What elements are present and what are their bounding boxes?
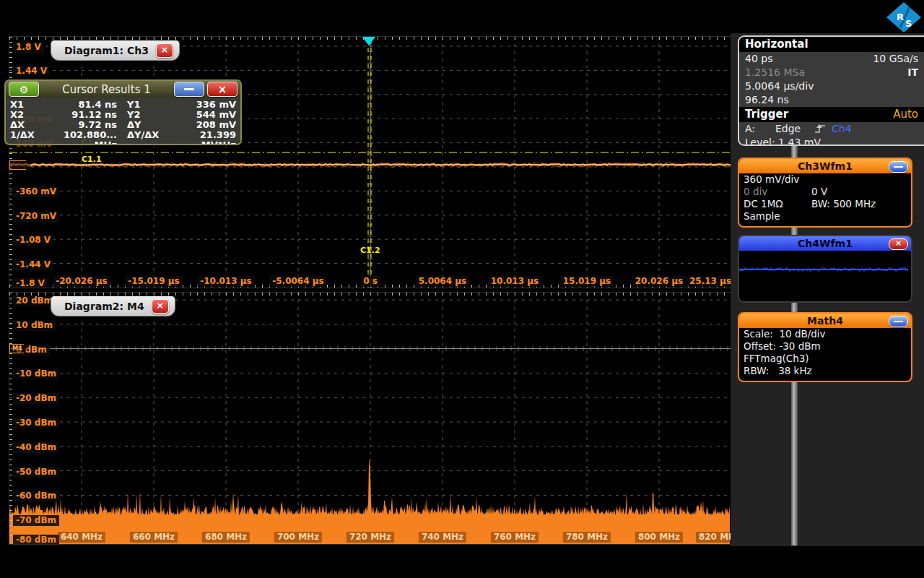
axis-label-frequency: 640 MHz <box>58 532 105 543</box>
axis-label-time: 10.013 µs <box>488 276 541 287</box>
axis-label-power: 10 dBm <box>13 320 56 331</box>
cursor-result-row: X291.12 nsY2544 mV <box>6 110 240 120</box>
cursor-v2: 208 mV <box>172 120 236 130</box>
cursor-v1: 91.12 ns <box>43 110 117 120</box>
math4-panel[interactable]: Math4 Scale: 10 dB/divOffset: -30 dBmFFT… <box>738 312 912 382</box>
ch3wfm1-panel[interactable]: Ch3Wfm1 360 mV/div 0 div 0 V DC 1MΩ BW: … <box>738 158 912 228</box>
cursor-results-window[interactable]: ⚙ Cursor Results 1 × X181.4 nsY1336 mVX2… <box>4 79 242 145</box>
cursor-results-title: Cursor Results 1 <box>42 83 171 96</box>
minimize-button[interactable] <box>889 316 908 327</box>
horizontal-resolution: 40 ps <box>745 52 772 66</box>
cursor-v1: 81.4 ns <box>43 100 117 110</box>
cursor-l1: ΔX <box>10 120 43 130</box>
math4-title: Math4 <box>807 315 843 327</box>
horizontal-title: Horizontal <box>745 37 808 52</box>
axis-label-frequency: 800 MHz <box>635 532 683 543</box>
axis-label-frequency: 660 MHz <box>130 532 178 543</box>
axis-label-time: -10.013 µs <box>197 276 254 287</box>
horizontal-position: 96.24 ns <box>745 93 789 107</box>
rohde-schwarz-logo: R S <box>885 1 923 34</box>
horizontal-trigger-panel: Horizontal 40 ps 10 GSa/s 1.2516 MSa IT … <box>738 35 924 146</box>
ch3-mode: Sample <box>744 210 780 223</box>
math4-row: RBW: 38 kHz <box>739 365 911 377</box>
horizontal-header[interactable]: Horizontal <box>739 37 924 52</box>
trigger-mode: Auto <box>893 107 918 122</box>
axis-label-power: -70 dBm <box>13 515 59 526</box>
tab-diagram1-label: Diagram1: Ch3 <box>64 45 149 56</box>
axis-label-time: 15.019 µs <box>560 276 614 287</box>
cursor-line-label: C1.1 <box>82 155 102 164</box>
axis-label-frequency: 700 MHz <box>274 532 322 543</box>
svg-text:R: R <box>897 12 904 22</box>
trigger-type: Edge <box>775 122 813 136</box>
oscilloscope-screen: R S 1.8 V1.44 V1.08 V720 mV360 mV-360 mV… <box>0 0 924 578</box>
ch4wfm1-header[interactable]: Ch4Wfm1 × <box>739 236 911 251</box>
cursor-result-row: 1/ΔX102.880... MHzΔY/ΔX21.399 MV*Hz <box>6 130 240 140</box>
tab-diagram1[interactable]: Diagram1: Ch3 × <box>51 40 180 61</box>
gear-icon[interactable]: ⚙ <box>9 82 39 97</box>
cursor-v1: 102.880... MHz <box>43 130 117 140</box>
cursor-l1: X2 <box>10 110 43 120</box>
axis-label-power: -30 dBm <box>13 418 59 428</box>
math4-header[interactable]: Math4 <box>739 314 911 328</box>
axis-label-voltage: -1.44 V <box>13 259 53 270</box>
axis-label-time: 20.026 µs <box>632 276 686 287</box>
axis-label-frequency: 680 MHz <box>202 532 250 543</box>
axis-label-frequency: 820 MHz <box>696 532 731 543</box>
ch4wfm1-panel[interactable]: Ch4Wfm1 × <box>738 235 912 303</box>
cursor-l2: Y2 <box>127 110 172 120</box>
axis-label-time: 25.13 µs <box>687 276 731 287</box>
trigger-source-label: A: <box>745 122 775 136</box>
edge-rising-icon <box>813 123 827 134</box>
cursor-l2: Y1 <box>127 100 172 110</box>
minimize-button[interactable] <box>889 161 908 173</box>
horizontal-scale: 5.0064 µs/div <box>745 79 814 93</box>
cursor-v2: 336 mV <box>172 100 236 110</box>
axis-label-power: -60 dBm <box>13 491 59 501</box>
cursor-result-row: ΔX9.72 nsΔY208 mV <box>6 120 240 130</box>
tab-diagram2-label: Diagram2: M4 <box>64 301 144 312</box>
svg-text:S: S <box>905 18 912 29</box>
cursor-v1: 9.72 ns <box>43 120 117 130</box>
axis-label-power: -80 dBm <box>13 535 59 545</box>
horizontal-record-length: 1.2516 MSa <box>745 66 805 79</box>
tab-diagram2[interactable]: Diagram2: M4 × <box>51 296 175 316</box>
axis-label-frequency: 760 MHz <box>491 532 539 543</box>
ch3wfm1-title: Ch3Wfm1 <box>798 160 853 172</box>
ruler-ticks <box>9 293 12 544</box>
cursor-l2: ΔY/ΔX <box>127 130 172 140</box>
trigger-source: Ch4 <box>832 122 852 136</box>
trigger-header[interactable]: Trigger Auto <box>739 107 924 122</box>
close-icon[interactable]: × <box>156 43 173 58</box>
ruler-ticks <box>9 293 731 296</box>
axis-label-voltage: 1.44 V <box>13 66 50 77</box>
minimize-button[interactable] <box>174 82 204 97</box>
diagram2-plot: 20 dBm10 dBm0 dBm-10 dBm-20 dBm-30 dBm-4… <box>9 292 731 545</box>
close-icon[interactable]: × <box>889 238 908 250</box>
horizontal-sample-rate: 10 GSa/s <box>873 52 918 66</box>
axis-label-power: -20 dBm <box>13 393 59 404</box>
math4-row: FFTmag(Ch3) <box>739 353 911 365</box>
axis-label-voltage: 1.8 V <box>13 42 44 53</box>
axis-label-frequency: 780 MHz <box>563 532 611 543</box>
axis-label-power: 20 dBm <box>13 296 56 306</box>
close-icon[interactable]: × <box>207 82 237 97</box>
axis-label-power: -10 dBm <box>13 368 59 379</box>
cursor-l2: ΔY <box>127 120 172 130</box>
cursor-l1: 1/ΔX <box>10 130 43 140</box>
axis-label-time: -15.019 µs <box>125 276 182 287</box>
ch3-position: 0 div <box>744 186 767 198</box>
ch4-waveform-preview <box>739 251 908 298</box>
math4-row: Offset: -30 dBm <box>739 340 911 353</box>
axis-label-voltage: -720 mV <box>13 211 59 222</box>
axis-label-voltage: -360 mV <box>13 186 59 197</box>
axis-label-frequency: 740 MHz <box>419 532 466 543</box>
close-icon[interactable]: × <box>152 299 169 314</box>
cursor-results-titlebar[interactable]: ⚙ Cursor Results 1 × <box>6 81 240 98</box>
cursor-v2: 544 mV <box>172 110 236 120</box>
math4-row: Scale: 10 dB/div <box>739 328 911 340</box>
axis-label-frequency: 720 MHz <box>346 532 394 543</box>
ch3wfm1-header[interactable]: Ch3Wfm1 <box>739 159 911 173</box>
cursor-v2: 21.399 MV*Hz <box>172 130 236 140</box>
ch4wfm1-title: Ch4Wfm1 <box>798 238 853 249</box>
